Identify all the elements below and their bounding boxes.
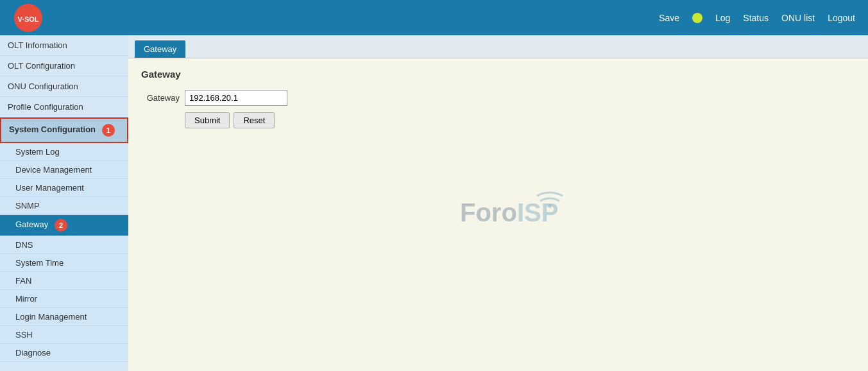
svg-text:ForoISP: ForoISP xyxy=(460,198,558,227)
tab-bar: Gateway xyxy=(128,35,868,58)
main-content: Gateway Gateway Gateway Submit Reset For… xyxy=(128,35,868,371)
header: V·SOL Save Log Status ONU list Logout xyxy=(0,0,868,35)
sidebar-item-olt-information[interactable]: OLT Information xyxy=(0,35,128,56)
save-button[interactable]: Save xyxy=(659,13,679,23)
sidebar-item-profile-configuration[interactable]: Profile Configuration xyxy=(0,97,128,117)
svg-point-3 xyxy=(548,204,552,208)
sidebar-item-diagnose[interactable]: Diagnose xyxy=(0,344,128,362)
gateway-label: Gateway xyxy=(15,220,48,229)
gateway-form-row: Gateway xyxy=(141,90,855,106)
content-title: Gateway xyxy=(141,69,855,80)
header-right: Save Log Status ONU list Logout xyxy=(659,13,855,23)
content-area: Gateway Gateway Submit Reset xyxy=(128,58,868,139)
sidebar-item-gateway[interactable]: Gateway 2 xyxy=(0,215,128,236)
sidebar-item-olt-configuration[interactable]: OLT Configuration xyxy=(0,56,128,76)
tab-gateway[interactable]: Gateway xyxy=(135,40,185,58)
sidebar-item-system-log[interactable]: System Log xyxy=(0,143,128,161)
system-configuration-badge: 1 xyxy=(102,124,115,137)
layout: OLT Information OLT Configuration ONU Co… xyxy=(0,35,868,371)
gateway-input[interactable] xyxy=(185,90,287,106)
svg-text:V·SOL: V·SOL xyxy=(17,15,38,23)
status-link[interactable]: Status xyxy=(743,13,769,23)
sidebar-item-snmp[interactable]: SNMP xyxy=(0,197,128,215)
onu-list-link[interactable]: ONU list xyxy=(781,13,815,23)
sidebar-item-dns[interactable]: DNS xyxy=(0,236,128,254)
sidebar-item-onu-configuration[interactable]: ONU Configuration xyxy=(0,76,128,97)
form-buttons: Submit Reset xyxy=(185,112,855,128)
sidebar-item-fan[interactable]: FAN xyxy=(0,272,128,290)
logo-area: V·SOL xyxy=(13,3,44,33)
sidebar-item-device-management[interactable]: Device Management xyxy=(0,161,128,179)
sidebar-item-system-time[interactable]: System Time xyxy=(0,254,128,272)
reset-button[interactable]: Reset xyxy=(234,112,275,128)
gateway-badge: 2 xyxy=(55,219,67,232)
sidebar-item-system-configuration[interactable]: System Configuration 1 xyxy=(0,117,128,143)
sidebar-item-user-management[interactable]: User Management xyxy=(0,179,128,197)
sidebar: OLT Information OLT Configuration ONU Co… xyxy=(0,35,128,371)
logout-link[interactable]: Logout xyxy=(828,13,855,23)
vsol-logo-icon: V·SOL xyxy=(13,3,44,33)
system-configuration-label: System Configuration xyxy=(9,125,96,134)
sidebar-item-login-management[interactable]: Login Management xyxy=(0,308,128,326)
gateway-form-label: Gateway xyxy=(141,93,180,103)
log-link[interactable]: Log xyxy=(715,13,730,23)
sidebar-item-mirror[interactable]: Mirror xyxy=(0,290,128,308)
status-indicator xyxy=(692,13,702,23)
sidebar-item-ssh[interactable]: SSH xyxy=(0,326,128,344)
submit-button[interactable]: Submit xyxy=(185,112,230,128)
watermark: ForoISP xyxy=(460,189,588,236)
